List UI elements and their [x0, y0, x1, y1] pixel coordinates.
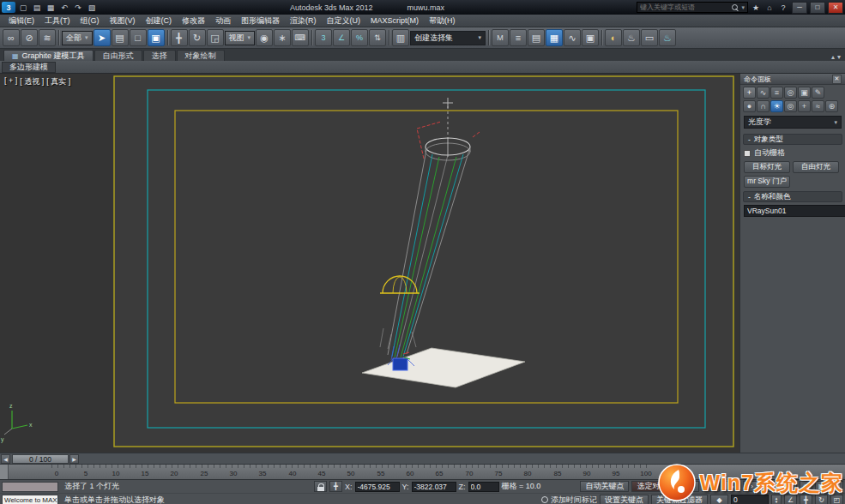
command-panel-header[interactable]: 命令面板 ✕: [740, 74, 845, 85]
tab-motion[interactable]: ◎: [784, 87, 797, 99]
maxscript-mini-listener[interactable]: Welcome to MAXScript: [2, 495, 58, 504]
category-systems[interactable]: ⊛: [825, 100, 838, 112]
search-dropdown-icon[interactable]: ▾: [741, 4, 745, 11]
mirror-button[interactable]: M: [492, 29, 509, 46]
rectangular-selection-region-button[interactable]: □: [130, 29, 147, 46]
object-name-field[interactable]: [744, 205, 845, 217]
save-file-button[interactable]: ▦: [45, 2, 57, 13]
category-shapes[interactable]: ∩: [757, 100, 770, 112]
menu-graph-editors[interactable]: 图形编辑器: [236, 15, 285, 27]
align-button[interactable]: ≡: [510, 29, 527, 46]
pan-button[interactable]: ╋: [800, 495, 812, 504]
help-icon[interactable]: ?: [777, 2, 789, 13]
search-input[interactable]: [640, 3, 729, 11]
render-production-button[interactable]: ♨: [659, 29, 676, 46]
z-coord-field[interactable]: [468, 482, 499, 492]
tab-graphite-modeling[interactable]: ▦ Graphite 建模工具: [3, 50, 94, 61]
ribbon-config-icon[interactable]: ▾: [837, 53, 841, 61]
named-selection-sets-dropdown[interactable]: 创建选择集 ▾: [410, 31, 486, 45]
menu-modifiers[interactable]: 修改器: [177, 15, 210, 27]
material-editor-button[interactable]: ◐: [605, 29, 622, 46]
tab-utilities[interactable]: ✎: [812, 87, 824, 99]
viewport-menu-plus[interactable]: [ + ]: [4, 76, 17, 87]
project-folder-button[interactable]: ▧: [86, 2, 98, 13]
previous-frame-arrow[interactable]: ◀: [1, 454, 10, 464]
undo-button[interactable]: ↶: [58, 2, 70, 13]
category-geometry[interactable]: ●: [743, 100, 756, 112]
key-filters-button[interactable]: 关键点过滤器: [651, 495, 708, 504]
tab-create[interactable]: +: [743, 87, 756, 99]
menu-tools[interactable]: 工具(T): [39, 15, 75, 27]
graphite-ribbon-toggle[interactable]: ▦: [546, 29, 563, 46]
goto-end-button[interactable]: »: [764, 481, 782, 492]
zoom-button[interactable]: ○: [784, 481, 797, 492]
render-setup-button[interactable]: ♨: [623, 29, 640, 46]
minimize-button[interactable]: ─: [792, 2, 807, 14]
tab-freeform[interactable]: 自由形式: [94, 50, 142, 61]
viewport-canvas[interactable]: z x y: [0, 74, 739, 453]
layer-manager-button[interactable]: ▤: [528, 29, 545, 46]
rollout-name-and-color[interactable]: - 名称和颜色: [743, 191, 842, 202]
time-slider[interactable]: ◀ 0 / 100 ▶: [0, 453, 845, 465]
target-light-button[interactable]: 目标灯光: [744, 161, 790, 173]
spinner-snap-toggle[interactable]: ⇅: [369, 29, 386, 46]
select-and-scale-button[interactable]: ◲: [207, 29, 224, 46]
light-category-dropdown[interactable]: 光度学 ▾: [744, 116, 842, 129]
perspective-viewport[interactable]: z x y [ + ] [ 透视 ] [ 真实 ]: [0, 74, 739, 453]
select-and-link-icon[interactable]: ∞: [3, 29, 20, 46]
x-coord-field[interactable]: [355, 482, 400, 492]
tab-modify[interactable]: ∿: [757, 87, 770, 99]
select-by-name-button[interactable]: ▤: [112, 29, 129, 46]
key-mode-toggle[interactable]: ◆: [710, 495, 728, 504]
zoom-extents-button[interactable]: ▣: [815, 481, 828, 492]
edit-named-selection-sets-button[interactable]: ▥: [392, 29, 409, 46]
next-frame-button[interactable]: ›: [743, 481, 761, 492]
unlink-selection-icon[interactable]: ⊘: [21, 29, 38, 46]
add-time-tag[interactable]: 添加时间标记: [541, 495, 597, 504]
autogrid-checkbox[interactable]: [744, 150, 751, 157]
track-bar[interactable]: 0 5 10 15 20 25 30 35 40 45 50 55 60 65 …: [0, 465, 845, 480]
time-slider-handle[interactable]: 0 / 100: [12, 454, 69, 464]
free-light-button[interactable]: 自由灯光: [793, 161, 839, 173]
tab-display[interactable]: ▣: [798, 87, 811, 99]
menu-help[interactable]: 帮助(H): [424, 15, 461, 27]
communication-center-icon[interactable]: ⌂: [764, 2, 776, 13]
close-button[interactable]: ✕: [828, 2, 843, 14]
viewport-shading-label[interactable]: [ 真实 ]: [46, 76, 70, 87]
rollout-object-type[interactable]: - 对象类型: [743, 134, 842, 145]
category-spacewarps[interactable]: ≈: [812, 100, 824, 112]
category-cameras[interactable]: ◎: [784, 100, 797, 112]
favorites-star-icon[interactable]: ★: [750, 2, 762, 13]
auto-key-button[interactable]: 自动关键点: [580, 481, 629, 492]
select-object-button[interactable]: ➤: [94, 29, 111, 46]
percent-snap-toggle[interactable]: %: [351, 29, 368, 46]
snaps-toggle-3d[interactable]: 3: [315, 29, 332, 46]
mr-sky-portal-button[interactable]: mr Sky 门户: [744, 176, 790, 188]
angle-snap-toggle[interactable]: ∠: [333, 29, 350, 46]
panel-close-icon[interactable]: ✕: [832, 75, 842, 84]
selection-filter-dropdown[interactable]: 全部 ▾: [62, 31, 93, 45]
current-frame-field[interactable]: [731, 495, 769, 504]
bind-to-spacewarp-icon[interactable]: ≋: [39, 29, 56, 46]
select-and-rotate-button[interactable]: ↻: [189, 29, 206, 46]
search-icon[interactable]: [731, 3, 739, 12]
set-key-button[interactable]: 设置关键点: [600, 495, 649, 504]
ribbon-minimize-icon[interactable]: ▴: [831, 53, 835, 61]
fov-button[interactable]: ∠: [784, 495, 797, 504]
category-helpers[interactable]: +: [798, 100, 811, 112]
menu-views[interactable]: 视图(V): [105, 15, 141, 27]
menu-animation[interactable]: 动画: [210, 15, 236, 27]
y-coord-field[interactable]: [412, 482, 456, 492]
redo-button[interactable]: ↷: [72, 2, 84, 13]
zoom-extents-all-button[interactable]: ▦: [830, 481, 843, 492]
tab-hierarchy[interactable]: ≡: [770, 87, 783, 99]
zoom-all-button[interactable]: ◎: [800, 481, 812, 492]
select-and-manipulate-button[interactable]: ∗: [274, 29, 291, 46]
selection-lock-toggle[interactable]: [314, 481, 327, 492]
use-pivot-center-button[interactable]: ◉: [256, 29, 273, 46]
viewport-pov-label[interactable]: [ 透视 ]: [20, 76, 44, 87]
menu-create[interactable]: 创建(C): [141, 15, 178, 27]
open-file-button[interactable]: ▤: [31, 2, 43, 13]
play-button[interactable]: ▶: [722, 481, 740, 492]
tab-object-paint[interactable]: 对象绘制: [177, 50, 225, 61]
